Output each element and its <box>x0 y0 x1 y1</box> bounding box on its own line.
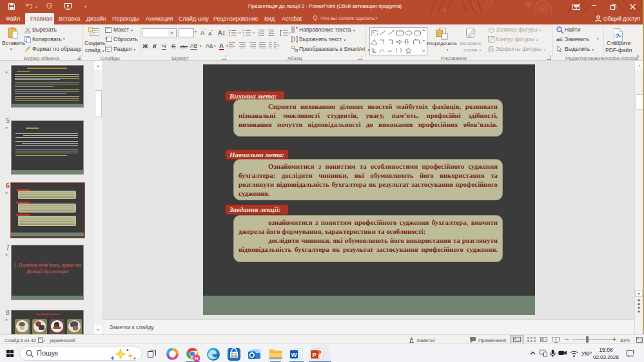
svg-text:W: W <box>291 351 297 358</box>
svg-text:P: P <box>313 351 317 358</box>
svg-text:А: А <box>218 30 222 37</box>
svg-text:H: H <box>195 356 199 361</box>
